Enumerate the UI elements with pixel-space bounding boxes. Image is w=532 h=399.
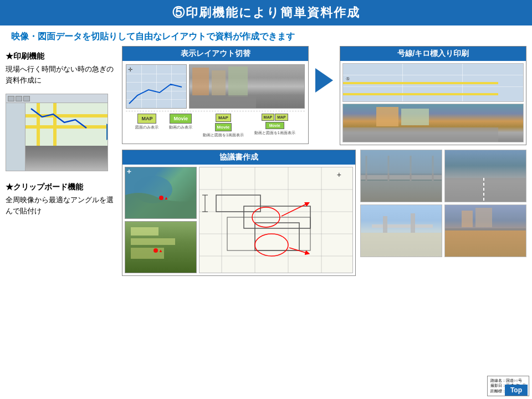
- route-street-bg: [343, 104, 523, 142]
- svg-rect-7: [376, 107, 398, 126]
- svg-rect-37: [361, 175, 442, 180]
- svg-point-11: [159, 196, 163, 200]
- subtitle: 映像・図面データを切貼りして自由なレイアウトで資料が作成できます: [0, 25, 532, 46]
- kyogi-diagram: +: [199, 167, 353, 273]
- aerial-map-bg: ▲: [125, 222, 196, 273]
- center-arrow-shape: [315, 68, 333, 93]
- svg-rect-42: [361, 150, 442, 173]
- svg-rect-2: [228, 66, 248, 97]
- ls-sidebar: [6, 103, 25, 171]
- svg-text:▲: ▲: [158, 248, 163, 253]
- kyogi-title: 協議書作成: [122, 150, 355, 165]
- bottom-section: 協議書作成 ▲: [122, 150, 526, 276]
- left-screenshot: [6, 94, 108, 171]
- photo-street-bg2: [445, 205, 526, 257]
- svg-rect-53: [445, 231, 526, 257]
- svg-rect-49: [383, 216, 387, 233]
- svg-rect-48: [361, 233, 442, 257]
- opt-map-movie-label: 動画と図面を1画面表示: [203, 132, 244, 138]
- right-top-row: 表示レイアウト切替: [122, 46, 526, 145]
- opt-movie-btns: Movie: [170, 114, 192, 124]
- street-svg2: [445, 205, 526, 257]
- svg-rect-13: [131, 227, 158, 236]
- feature1-title: ★印刷機能: [6, 52, 116, 62]
- left-arrow: [106, 124, 108, 140]
- diagram-bg: +: [200, 167, 352, 273]
- route-svg2: ⑤: [343, 64, 523, 101]
- route-print-panel: 号線/キロ標入り印刷 ⑤: [340, 46, 526, 145]
- svg-rect-47: [372, 224, 433, 228]
- street-thumbnail: [189, 64, 305, 109]
- opt-map-map-movie: MAP MAP Movie 動画と図面を1画面表示: [254, 114, 295, 138]
- right-column: 表示レイアウト切替: [122, 46, 526, 399]
- ls-btn3: [23, 96, 30, 101]
- feature2-desc: 全周映像から最適なアングルを選んで貼付け: [6, 195, 116, 216]
- photo-row-1: [360, 150, 526, 202]
- ls-content: [25, 103, 108, 171]
- btn-map-4[interactable]: MAP: [275, 114, 288, 121]
- svg-rect-8: [401, 109, 429, 125]
- coastal-compass: ✛: [127, 169, 131, 175]
- ls-btn1: [8, 96, 14, 101]
- main-area: ★印刷機能 現場へ行く時間がない時の急ぎの資料作成に: [0, 46, 532, 399]
- btn-map-3[interactable]: MAP: [262, 114, 275, 121]
- street-svg: [190, 65, 304, 108]
- opt4-top: MAP MAP: [262, 114, 288, 121]
- opt-map-movie-btns: MAP: [216, 114, 231, 122]
- opt-map-only: MAP 図面のみ表示: [135, 114, 158, 138]
- svg-rect-9: [343, 127, 498, 142]
- grid-map: ✛: [126, 65, 186, 108]
- photo-bridge-1: [360, 150, 442, 202]
- street-bg: [190, 65, 304, 108]
- diagram-svg: [200, 167, 352, 273]
- feature1-desc: 現場へ行く時間がない時の急ぎの資料作成に: [6, 64, 116, 85]
- top-button[interactable]: Top: [505, 385, 528, 396]
- photo-bridge-2: [360, 204, 442, 257]
- coastal-map-bg: ▲ ✛: [125, 167, 196, 218]
- btn-movie-1[interactable]: Movie: [170, 114, 192, 124]
- route-images: ⑤: [340, 61, 526, 145]
- route-map-img: ⑤: [342, 63, 524, 102]
- svg-rect-46: [361, 205, 442, 233]
- kyogi-maps: ▲ ✛: [125, 167, 197, 273]
- kyogi-aerial-map: ▲: [125, 221, 197, 273]
- btn-movie-3[interactable]: Movie: [265, 122, 284, 129]
- layout-switch-title: 表示レイアウト切替: [122, 47, 308, 61]
- svg-point-31: [255, 234, 288, 256]
- map-thumbnail: ✛: [126, 64, 187, 109]
- svg-text:▲: ▲: [164, 196, 168, 201]
- opt-map-movie: MAP Movie 動画と図面を1画面表示: [203, 114, 244, 138]
- right-photos: [360, 150, 526, 276]
- ls-btn2: [16, 96, 22, 101]
- opt-map-map-label: 動画と図面を1画面表示: [254, 130, 295, 136]
- svg-rect-50: [411, 213, 415, 233]
- route-street-img: [342, 104, 524, 142]
- road-svg1: [445, 150, 526, 202]
- kyogi-content: ▲ ✛: [122, 165, 355, 275]
- btn-map-1[interactable]: MAP: [137, 114, 156, 124]
- route-grid-map: ⑤: [343, 64, 523, 101]
- svg-rect-52: [445, 228, 526, 231]
- opt-map-label: 図面のみ表示: [135, 125, 158, 130]
- photo-street-2: [444, 204, 526, 257]
- svg-rect-43: [361, 181, 442, 202]
- photo-bridge-bg1: [361, 150, 442, 202]
- layout-switch-panel: 表示レイアウト切替: [122, 46, 309, 144]
- photo-row-2: [360, 204, 526, 257]
- svg-rect-0: [192, 68, 209, 95]
- opt4-bottom: Movie: [265, 122, 284, 129]
- svg-point-16: [154, 248, 158, 253]
- btn-movie-2[interactable]: Movie: [215, 123, 232, 131]
- photo-bridge-bg2: [361, 205, 442, 257]
- layout-switch-content: ✛: [122, 61, 308, 144]
- coastal-svg: ▲: [125, 167, 196, 218]
- ls-street-img: [25, 146, 108, 171]
- bridge-svg1: [361, 150, 442, 202]
- svg-rect-3: [190, 95, 256, 108]
- opt-movie-label: 動画のみ表示: [169, 125, 192, 130]
- svg-rect-54: [462, 211, 473, 227]
- route-street-svg: [343, 104, 523, 142]
- btn-map-2[interactable]: MAP: [216, 114, 231, 122]
- subtitle-text: 映像・図面データを切貼りして自由なレイアウトで資料が作成できます: [11, 32, 295, 41]
- kyogi-panel: 協議書作成 ▲: [122, 150, 356, 276]
